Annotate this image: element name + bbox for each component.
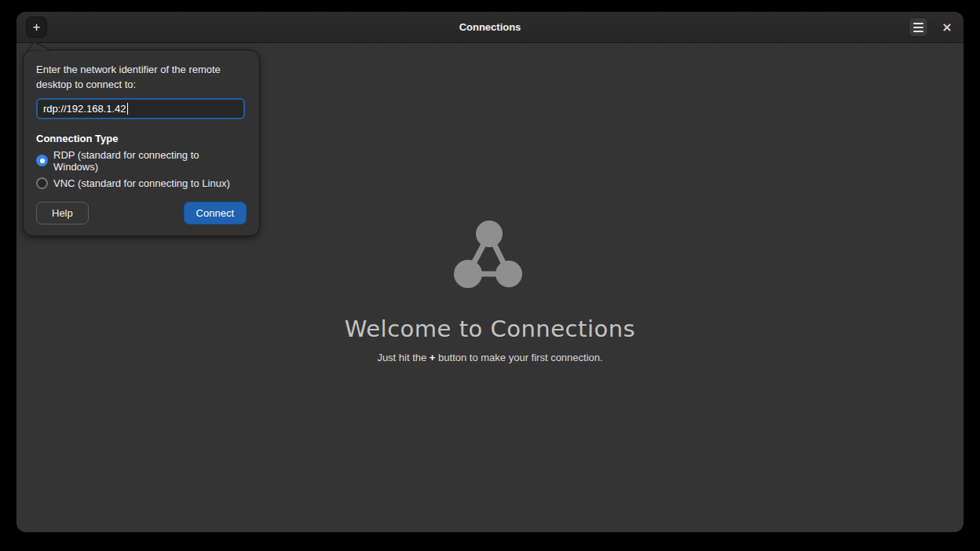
hamburger-icon — [913, 23, 923, 32]
welcome-title: Welcome to Connections — [345, 316, 635, 342]
radio-button-icon — [36, 155, 48, 166]
app-window: + Connections × Enter the network identi… — [16, 12, 964, 532]
radio-option-rdp[interactable]: RDP (standard for connecting to Windows) — [36, 149, 247, 173]
radio-option-label: VNC (standard for connecting to Linux) — [53, 177, 230, 189]
help-button[interactable]: Help — [36, 202, 89, 224]
new-connection-popover: Enter the network identifier of the remo… — [23, 49, 260, 236]
radio-option-label: RDP (standard for connecting to Windows) — [53, 149, 247, 173]
connect-button[interactable]: Connect — [184, 202, 247, 224]
address-prompt-label: Enter the network identifier of the remo… — [36, 63, 247, 93]
text-caret — [127, 103, 128, 115]
welcome-subtitle: Just hit the + button to make your first… — [377, 352, 602, 363]
popover-arrow — [24, 41, 60, 51]
close-icon: × — [942, 20, 952, 35]
main-menu-button[interactable] — [909, 17, 928, 37]
close-window-button[interactable]: × — [938, 19, 956, 36]
radio-option-vnc[interactable]: VNC (standard for connecting to Linux) — [36, 177, 247, 189]
connections-network-icon — [452, 219, 528, 290]
radio-button-icon — [36, 177, 48, 189]
connection-type-heading: Connection Type — [36, 133, 247, 144]
plus-icon: + — [33, 18, 41, 37]
add-connection-button[interactable]: + — [26, 16, 47, 38]
window-title: Connections — [16, 21, 964, 33]
headerbar: + Connections × — [16, 12, 964, 43]
address-input-value: rdp://192.168.1.42 — [43, 103, 126, 115]
empty-state: Welcome to Connections Just hit the + bu… — [16, 219, 964, 363]
address-input[interactable]: rdp://192.168.1.42 — [36, 98, 245, 119]
